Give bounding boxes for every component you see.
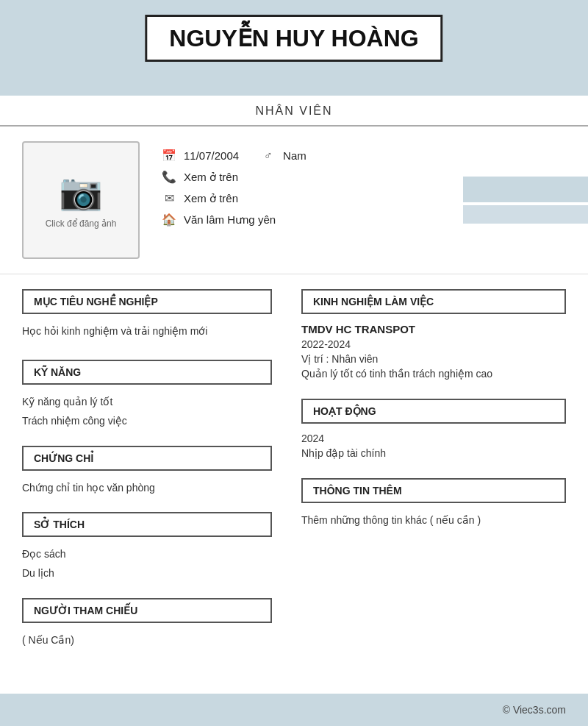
phone-value: Xem ở trên — [184, 171, 238, 184]
company-name: TMDV HC TRANSPOT — [301, 323, 566, 335]
hobbies-header: SỞ THÍCH — [22, 512, 272, 537]
activity-year: 2024 — [301, 433, 566, 444]
activities-header: HOẠT ĐỘNG — [301, 399, 566, 424]
gender-value: Nam — [283, 149, 306, 162]
info-section: 📷 Click để đăng ảnh 📅 11/07/2004 ♂ Nam 📞… — [0, 127, 588, 274]
additional-content: Thêm những thông tin khác ( nếu cần ) — [301, 512, 566, 530]
camera-icon: 📷 — [59, 171, 103, 213]
skill-item-2: Trách nhiệm công việc — [22, 413, 272, 429]
calendar-icon: 📅 — [162, 149, 176, 163]
left-column: MỤC TIÊU NGHỀ NGHIỆP Học hỏi kinh nghiệm… — [22, 289, 272, 655]
header-background: NGUYỄN HUY HOÀNG — [0, 0, 588, 96]
email-icon: ✉ — [162, 191, 176, 205]
skills-header: KỸ NĂNG — [22, 360, 272, 385]
gender-icon: ♂ — [261, 149, 276, 163]
skill-item-1: Kỹ năng quản lý tốt — [22, 394, 272, 410]
job-title: NHÂN VIÊN — [255, 104, 332, 117]
photo-upload-box[interactable]: 📷 Click để đăng ảnh — [22, 141, 140, 259]
footer-text: © Viec3s.com — [503, 704, 566, 716]
objective-content: Học hỏi kinh nghiệm và trải nghiệm mới — [22, 323, 272, 341]
color-strip-1 — [463, 177, 588, 202]
certificates-list: Chứng chỉ tin học văn phòng — [22, 480, 272, 496]
photo-upload-label: Click để đăng ảnh — [46, 218, 117, 229]
main-content: MỤC TIÊU NGHỀ NGHIỆP Học hỏi kinh nghiệm… — [0, 274, 588, 670]
email-value: Xem ở trên — [184, 192, 238, 205]
skills-list: Kỹ năng quản lý tốt Trách nhiệm công việ… — [22, 394, 272, 430]
subtitle-bar: NHÂN VIÊN — [0, 96, 588, 127]
work-position: Vị trí : Nhân viên — [301, 353, 566, 365]
dob-row: 📅 11/07/2004 — [162, 149, 239, 163]
work-years: 2022-2024 — [301, 338, 566, 350]
work-description: Quản lý tốt có tinh thần trách nghiệm ca… — [301, 368, 566, 380]
candidate-name: NGUYỄN HUY HOÀNG — [169, 25, 418, 51]
color-strip-2 — [463, 205, 588, 224]
hobby-item-1: Đọc sách — [22, 546, 272, 562]
right-column: KINH NGHIỆM LÀM VIỆC TMDV HC TRANSPOT 20… — [301, 289, 566, 655]
references-content: ( Nếu Cần) — [22, 632, 272, 650]
additional-header: THÔNG TIN THÊM — [301, 478, 566, 503]
phone-icon: 📞 — [162, 170, 176, 184]
address-icon: 🏠 — [162, 213, 176, 227]
certificates-header: CHỨNG CHỈ — [22, 446, 272, 471]
experience-header: KINH NGHIỆM LÀM VIỆC — [301, 289, 566, 314]
hobbies-list: Đọc sách Du lịch — [22, 546, 272, 582]
footer: © Viec3s.com — [0, 694, 588, 726]
name-box: NGUYỄN HUY HOÀNG — [145, 15, 442, 62]
activity-description: Nhịp đập tài chính — [301, 447, 566, 459]
references-header: NGƯỜI THAM CHIẾU — [22, 598, 272, 623]
gender-row: ♂ Nam — [261, 149, 306, 163]
hobby-item-2: Du lịch — [22, 565, 272, 581]
objective-header: MỤC TIÊU NGHỀ NGHIỆP — [22, 289, 272, 314]
certificate-item-1: Chứng chỉ tin học văn phòng — [22, 480, 272, 496]
right-decoration — [463, 127, 588, 274]
dob-value: 11/07/2004 — [184, 149, 239, 162]
address-value: Văn lâm Hưng yên — [184, 213, 276, 227]
